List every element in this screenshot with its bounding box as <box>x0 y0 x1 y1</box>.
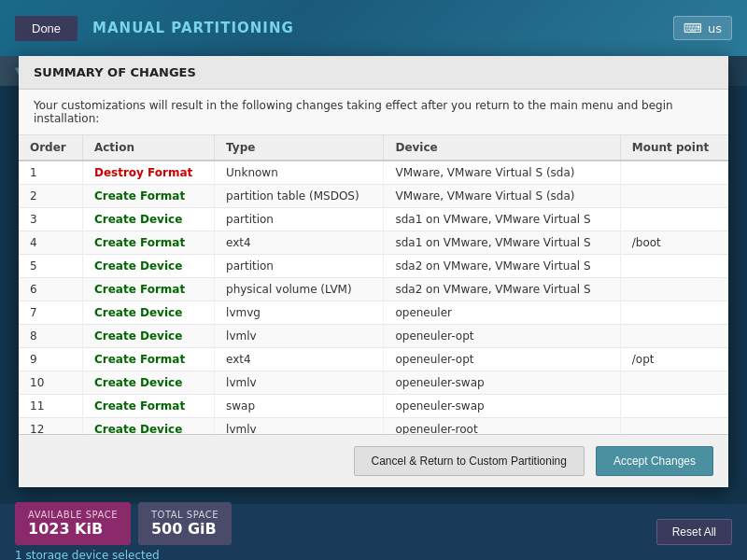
top-bar: Done MANUAL PARTITIONING ⌨ us <box>0 0 747 56</box>
cell-mount <box>620 395 728 418</box>
dialog-overlay: SUMMARY OF CHANGES Your customizations w… <box>0 56 747 560</box>
available-value: 1023 KiB <box>28 520 118 538</box>
cell-order: 2 <box>19 185 82 208</box>
cell-order: 1 <box>19 161 82 185</box>
cell-type: lvmvg <box>215 301 384 325</box>
changes-table-container: Order Action Type Device Mount point 1 D… <box>19 135 728 434</box>
table-row: 5 Create Device partition sda2 on VMware… <box>19 255 728 278</box>
cell-type: partition <box>215 255 384 278</box>
cell-order: 12 <box>19 418 82 435</box>
cell-device: openeuler <box>384 301 620 325</box>
cell-mount <box>620 418 728 435</box>
cell-action: Create Device <box>82 325 214 348</box>
keyboard-layout: us <box>708 21 722 35</box>
col-type: Type <box>215 135 384 161</box>
col-device: Device <box>384 135 620 161</box>
cell-order: 11 <box>19 395 82 418</box>
cell-type: Unknown <box>215 161 384 185</box>
table-row: 11 Create Format swap openeuler-swap <box>19 395 728 418</box>
col-mount: Mount point <box>620 135 728 161</box>
cell-mount: /boot <box>620 231 728 255</box>
app-title: MANUAL PARTITIONING <box>92 20 294 36</box>
table-row: 3 Create Device partition sda1 on VMware… <box>19 208 728 231</box>
changes-table: Order Action Type Device Mount point 1 D… <box>19 135 728 434</box>
cell-device: openeuler-opt <box>384 325 620 348</box>
accept-button[interactable]: Accept Changes <box>596 446 713 476</box>
dialog-title: SUMMARY OF CHANGES <box>19 56 728 90</box>
cancel-button[interactable]: Cancel & Return to Custom Partitioning <box>354 446 585 476</box>
available-label: AVAILABLE SPACE <box>28 510 118 520</box>
cell-mount <box>620 371 728 395</box>
table-row: 2 Create Format partition table (MSDOS) … <box>19 185 728 208</box>
table-row: 4 Create Format ext4 sda1 on VMware, VMw… <box>19 231 728 255</box>
cell-type: lvmlv <box>215 371 384 395</box>
table-row: 8 Create Device lvmlv openeuler-opt <box>19 325 728 348</box>
total-label: TOTAL SPACE <box>151 510 218 520</box>
bottom-bar: AVAILABLE SPACE 1023 KiB TOTAL SPACE 500… <box>0 504 747 560</box>
cell-action: Create Device <box>82 418 214 435</box>
reset-button[interactable]: Reset All <box>656 519 732 545</box>
table-row: 12 Create Device lvmlv openeuler-root <box>19 418 728 435</box>
cell-order: 4 <box>19 231 82 255</box>
table-row: 9 Create Format ext4 openeuler-opt /opt <box>19 348 728 371</box>
cell-mount <box>620 161 728 185</box>
cell-action: Create Device <box>82 371 214 395</box>
table-body: 1 Destroy Format Unknown VMware, VMware … <box>19 161 728 434</box>
cell-mount: /opt <box>620 348 728 371</box>
total-value: 500 GiB <box>151 520 218 538</box>
col-order: Order <box>19 135 82 161</box>
cell-action: Create Format <box>82 231 214 255</box>
summary-dialog: SUMMARY OF CHANGES Your customizations w… <box>19 56 728 487</box>
cell-device: sda2 on VMware, VMware Virtual S <box>384 255 620 278</box>
done-button[interactable]: Done <box>15 16 78 41</box>
cell-action: Create Format <box>82 348 214 371</box>
cell-action: Destroy Format <box>82 161 214 185</box>
cell-device: openeuler-root <box>384 418 620 435</box>
available-space-widget: AVAILABLE SPACE 1023 KiB <box>15 502 131 545</box>
dialog-description: Your customizations will result in the f… <box>19 90 728 135</box>
cell-order: 3 <box>19 208 82 231</box>
dialog-buttons: Cancel & Return to Custom Partitioning A… <box>19 434 728 487</box>
cell-mount <box>620 325 728 348</box>
cell-type: lvmlv <box>215 418 384 435</box>
cell-mount <box>620 208 728 231</box>
cell-action: Create Format <box>82 185 214 208</box>
cell-device: VMware, VMware Virtual S (sda) <box>384 185 620 208</box>
cell-device: openeuler-swap <box>384 371 620 395</box>
table-row: 1 Destroy Format Unknown VMware, VMware … <box>19 161 728 185</box>
cell-order: 5 <box>19 255 82 278</box>
table-row: 6 Create Format physical volume (LVM) sd… <box>19 278 728 301</box>
cell-type: lvmlv <box>215 325 384 348</box>
cell-device: openeuler-swap <box>384 395 620 418</box>
cell-action: Create Format <box>82 278 214 301</box>
cell-type: physical volume (LVM) <box>215 278 384 301</box>
cell-action: Create Device <box>82 301 214 325</box>
cell-type: ext4 <box>215 348 384 371</box>
cell-device: VMware, VMware Virtual S (sda) <box>384 161 620 185</box>
cell-order: 8 <box>19 325 82 348</box>
cell-device: openeuler-opt <box>384 348 620 371</box>
cell-order: 6 <box>19 278 82 301</box>
cell-device: sda1 on VMware, VMware Virtual S <box>384 208 620 231</box>
table-header-row: Order Action Type Device Mount point <box>19 135 728 161</box>
cell-device: sda2 on VMware, VMware Virtual S <box>384 278 620 301</box>
col-action: Action <box>82 135 214 161</box>
cell-order: 10 <box>19 371 82 395</box>
table-row: 10 Create Device lvmlv openeuler-swap <box>19 371 728 395</box>
cell-mount <box>620 278 728 301</box>
storage-link[interactable]: 1 storage device selected <box>15 549 160 560</box>
cell-type: partition <box>215 208 384 231</box>
cell-action: Create Device <box>82 208 214 231</box>
cell-device: sda1 on VMware, VMware Virtual S <box>384 231 620 255</box>
keyboard-widget[interactable]: ⌨ us <box>673 16 732 40</box>
cell-action: Create Format <box>82 395 214 418</box>
cell-type: swap <box>215 395 384 418</box>
cell-order: 9 <box>19 348 82 371</box>
keyboard-icon: ⌨ <box>684 21 702 35</box>
cell-order: 7 <box>19 301 82 325</box>
total-space-widget: TOTAL SPACE 500 GiB <box>138 502 232 545</box>
cell-type: ext4 <box>215 231 384 255</box>
cell-action: Create Device <box>82 255 214 278</box>
space-widgets: AVAILABLE SPACE 1023 KiB TOTAL SPACE 500… <box>15 502 232 545</box>
cell-mount <box>620 301 728 325</box>
